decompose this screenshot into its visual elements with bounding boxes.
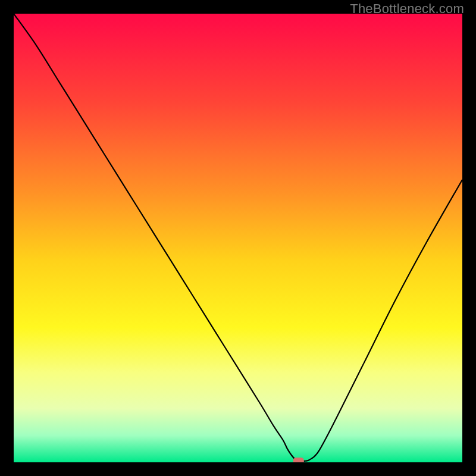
optimal-point-marker — [293, 458, 304, 462]
chart-background — [14, 14, 462, 462]
chart-plot — [14, 14, 462, 462]
chart-frame: TheBottleneck.com — [0, 0, 476, 476]
